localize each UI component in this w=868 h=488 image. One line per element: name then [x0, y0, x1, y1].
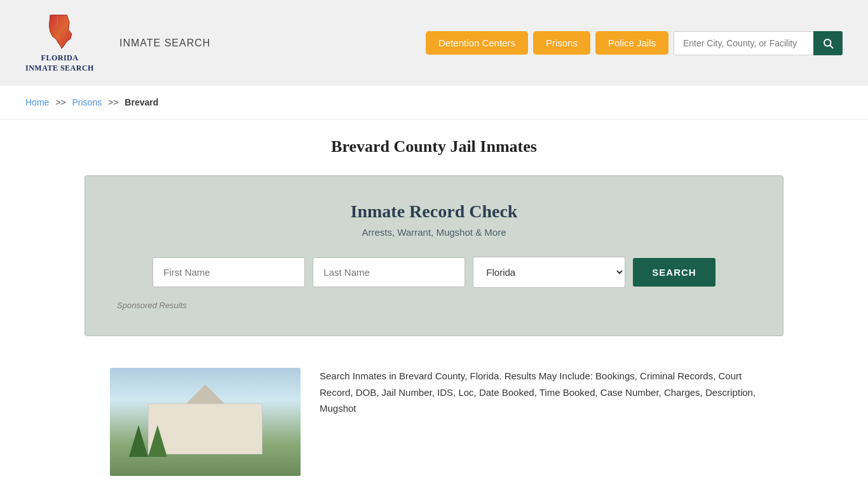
tree-2: [148, 425, 167, 457]
page-title: Brevard County Jail Inmates: [25, 137, 843, 156]
inmate-search-label: INMATE SEARCH: [119, 37, 210, 49]
logo-title: FLORIDA INMATE SEARCH: [25, 53, 94, 73]
sponsored-label: Sponsored Results: [117, 301, 751, 310]
record-search-button[interactable]: SEARCH: [633, 258, 715, 287]
page-title-area: Brevard County Jail Inmates: [0, 119, 868, 169]
florida-map-icon: [41, 13, 79, 51]
record-check-title: Inmate Record Check: [117, 201, 751, 222]
facility-search-input[interactable]: [674, 31, 813, 55]
building-roof: [186, 384, 224, 403]
facility-search-button[interactable]: [813, 31, 843, 55]
tree-1: [129, 425, 148, 457]
prisons-button[interactable]: Prisons: [533, 31, 590, 55]
record-check-subtitle: Arrests, Warrant, Mugshot & More: [117, 227, 751, 238]
breadcrumb-prisons[interactable]: Prisons: [72, 97, 102, 107]
building-image: [110, 368, 301, 476]
state-select[interactable]: AlabamaAlaskaArizonaArkansasCaliforniaCo…: [473, 257, 625, 288]
police-jails-button[interactable]: Police Jails: [595, 31, 668, 55]
header-nav: Detention Centers Prisons Police Jails: [426, 31, 843, 55]
first-name-input[interactable]: [153, 257, 305, 287]
facility-search-bar: [674, 31, 843, 55]
breadcrumb: Home >> Prisons >> Brevard: [0, 86, 868, 119]
breadcrumb-home[interactable]: Home: [25, 97, 49, 107]
record-check-form: AlabamaAlaskaArizonaArkansasCaliforniaCo…: [117, 257, 751, 288]
description-text: Search Inmates in Brevard County, Florid…: [320, 368, 758, 417]
svg-line-4: [830, 45, 832, 48]
trees-decoration: [129, 419, 161, 457]
breadcrumb-sep-1: >>: [55, 97, 65, 107]
logo-area: FLORIDA INMATE SEARCH: [25, 13, 94, 73]
header: FLORIDA INMATE SEARCH INMATE SEARCH Dete…: [0, 0, 868, 86]
bottom-section: Search Inmates in Brevard County, Florid…: [85, 355, 783, 488]
breadcrumb-current: Brevard: [125, 97, 158, 107]
record-check-box: Inmate Record Check Arrests, Warrant, Mu…: [85, 175, 783, 336]
search-icon: [822, 37, 834, 49]
breadcrumb-sep-2: >>: [108, 97, 118, 107]
svg-marker-1: [49, 15, 71, 49]
detention-centers-button[interactable]: Detention Centers: [426, 31, 528, 55]
last-name-input[interactable]: [313, 257, 465, 287]
